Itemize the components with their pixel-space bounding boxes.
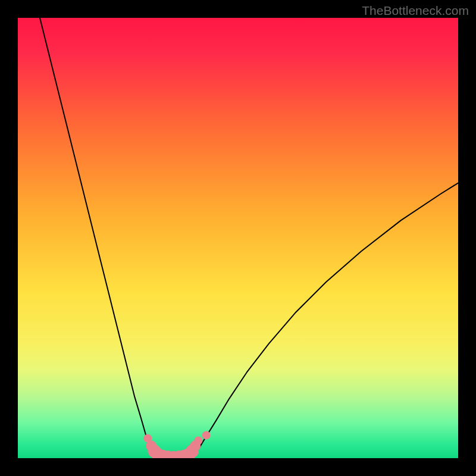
gradient-background <box>18 18 458 458</box>
chart-frame: TheBottleneck.com <box>0 0 476 476</box>
watermark-text: TheBottleneck.com <box>362 4 469 18</box>
marker-dot <box>202 431 211 440</box>
chart-canvas <box>18 18 458 458</box>
plot-area <box>18 18 458 458</box>
marker-dot <box>194 436 202 444</box>
